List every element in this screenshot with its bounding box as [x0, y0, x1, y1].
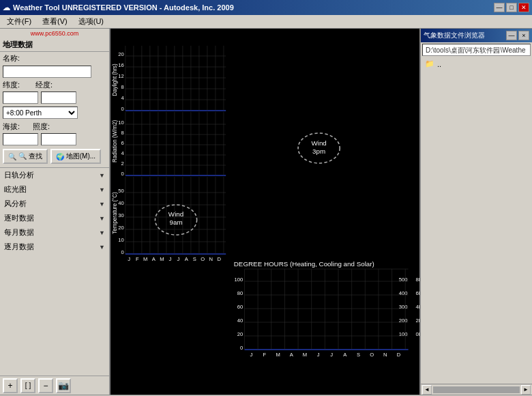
- add-icon[interactable]: +: [3, 378, 18, 393]
- svg-text:J: J: [250, 352, 252, 358]
- svg-text:DEGREE HOURS (Heating, Cooling: DEGREE HOURS (Heating, Cooling and Solar…: [234, 260, 374, 268]
- svg-text:4: 4: [121, 150, 123, 156]
- svg-text:80: 80: [237, 290, 243, 296]
- map-button[interactable]: 🌍 地图(M)...: [50, 149, 101, 164]
- search-button[interactable]: 🔍 🔍 查找: [3, 149, 48, 164]
- right-title-bar: 气象数据文件浏览器 — ×: [421, 29, 532, 42]
- svg-text:100: 100: [399, 331, 408, 337]
- svg-text:F: F: [136, 256, 139, 262]
- lng-label: 经度:: [35, 80, 53, 90]
- bright-label: 照度:: [33, 122, 50, 132]
- svg-text:3pm: 3pm: [312, 147, 325, 155]
- svg-text:200: 200: [399, 317, 408, 324]
- scroll-right-button[interactable]: ►: [521, 385, 531, 395]
- minus-icon[interactable]: −: [38, 378, 53, 393]
- camera-icon[interactable]: 📷: [56, 378, 71, 393]
- right-options[interactable]: ×: [518, 31, 529, 40]
- nav-wind[interactable]: 风分析 ▼: [0, 197, 109, 211]
- svg-text:M: M: [143, 256, 147, 262]
- watermark: www.pc6550.com: [0, 29, 109, 38]
- svg-text:M: M: [303, 352, 307, 358]
- svg-text:Temperature (°C): Temperature (°C): [110, 192, 117, 234]
- svg-text:0: 0: [121, 171, 123, 177]
- svg-text:60: 60: [237, 304, 243, 310]
- svg-text:A: A: [290, 352, 293, 358]
- svg-rect-0: [110, 29, 419, 395]
- svg-text:F: F: [263, 352, 267, 358]
- svg-text:M: M: [160, 256, 164, 262]
- menu-options[interactable]: 选项(U): [73, 15, 109, 28]
- svg-text:0k: 0k: [416, 331, 419, 337]
- svg-text:9am: 9am: [170, 218, 183, 226]
- timezone-select[interactable]: +8:00 Perth: [3, 107, 78, 119]
- nav-glare[interactable]: 眩光图 ▼: [0, 182, 109, 197]
- svg-text:2: 2: [121, 160, 123, 167]
- geo-data-title: 地理数据: [0, 38, 109, 52]
- nav-arrow-3: ▼: [99, 215, 105, 222]
- svg-text:10: 10: [118, 119, 123, 126]
- title-bar: ☁ Weather Tool UNREGISTERED VERSION - Au…: [0, 0, 532, 15]
- svg-text:A: A: [185, 256, 188, 262]
- bright-input[interactable]: [41, 133, 76, 145]
- svg-text:10: 10: [118, 237, 123, 243]
- svg-text:Radiation (W/m2): Radiation (W/m2): [110, 120, 117, 162]
- svg-text:20: 20: [118, 225, 123, 231]
- nav-sun-analysis[interactable]: 日轨分析 ▼: [0, 168, 109, 182]
- center-panel: CLIMATE SUMMARY NAME: [NoName] LATITUDE:…: [110, 29, 419, 395]
- svg-text:Daylight (hrs): Daylight (hrs): [110, 63, 117, 96]
- right-minimize[interactable]: —: [506, 31, 517, 40]
- folder-icon: 📁: [425, 59, 434, 68]
- svg-text:20: 20: [118, 51, 123, 57]
- nav-annual[interactable]: 逐月数据 ▼: [0, 240, 109, 254]
- svg-text:40: 40: [237, 317, 243, 324]
- menu-file[interactable]: 文件(F): [1, 15, 37, 28]
- right-folder-item[interactable]: 📁 ..: [421, 57, 532, 70]
- svg-text:S: S: [357, 352, 360, 358]
- map-icon: 🌍: [56, 153, 64, 160]
- svg-text:N: N: [209, 256, 213, 262]
- svg-text:0: 0: [121, 249, 123, 255]
- menu-view[interactable]: 查看(V): [37, 15, 73, 28]
- svg-text:30: 30: [118, 212, 123, 218]
- svg-text:50: 50: [118, 188, 123, 194]
- lat-input[interactable]: [3, 91, 38, 104]
- window-title: Weather Tool UNREGISTERED VERSION - Auto…: [13, 3, 234, 12]
- maximize-button[interactable]: □: [506, 3, 517, 12]
- close-button[interactable]: ✕: [518, 3, 529, 12]
- svg-text:S: S: [193, 256, 196, 262]
- svg-text:0: 0: [240, 345, 243, 351]
- svg-text:400: 400: [399, 290, 408, 296]
- bottom-toolbar: + [ ] − 📷: [0, 376, 109, 395]
- svg-text:J: J: [330, 352, 333, 358]
- svg-text:6: 6: [121, 140, 123, 146]
- svg-text:100: 100: [235, 277, 243, 283]
- svg-text:J: J: [177, 256, 179, 262]
- nav-arrow-2: ▼: [99, 201, 105, 208]
- name-input[interactable]: [3, 66, 91, 78]
- nav-hourly[interactable]: 逐时数据 ▼: [0, 211, 109, 225]
- climate-svg: 20 16 12 8 4 0: [110, 29, 419, 395]
- nav-section: 日轨分析 ▼ 眩光图 ▼ 风分析 ▼ 逐时数据 ▼ 每月数据 ▼ 逐月数据 ▼: [0, 167, 109, 254]
- svg-text:12: 12: [118, 73, 123, 79]
- svg-text:D: D: [218, 256, 222, 262]
- app-icon: ☁: [3, 3, 10, 12]
- svg-text:4: 4: [121, 95, 123, 101]
- svg-text:500: 500: [399, 277, 408, 283]
- right-scrollable: [421, 70, 532, 384]
- scroll-track: [433, 386, 520, 393]
- scroll-left-button[interactable]: ◄: [422, 385, 432, 395]
- svg-text:6k: 6k: [416, 290, 419, 296]
- right-panel-title: 气象数据文件浏览器: [424, 31, 485, 40]
- frame-icon[interactable]: [ ]: [20, 378, 35, 393]
- nav-monthly[interactable]: 每月数据 ▼: [0, 225, 109, 240]
- alt-input[interactable]: [3, 133, 38, 145]
- svg-text:40: 40: [118, 200, 123, 206]
- lng-input[interactable]: [41, 91, 76, 104]
- svg-text:O: O: [201, 256, 205, 262]
- menu-bar: 文件(F) 查看(V) 选项(U): [0, 15, 532, 29]
- svg-text:J: J: [128, 256, 130, 262]
- svg-text:8: 8: [121, 84, 123, 90]
- svg-text:Wind: Wind: [168, 210, 183, 218]
- nav-arrow-0: ▼: [99, 172, 105, 179]
- minimize-button[interactable]: —: [494, 3, 505, 12]
